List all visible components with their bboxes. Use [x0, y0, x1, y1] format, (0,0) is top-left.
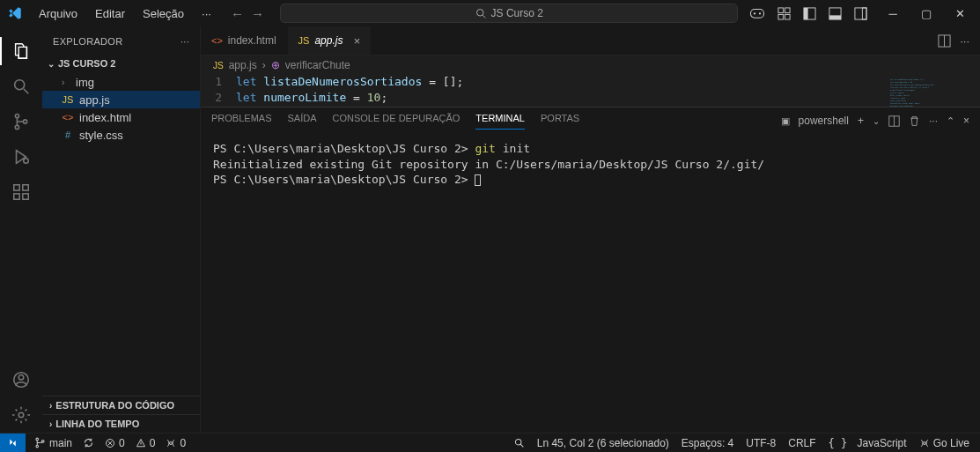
status-golive[interactable]: Go Live: [919, 437, 969, 449]
split-terminal-icon[interactable]: [888, 115, 900, 127]
svg-rect-13: [855, 7, 866, 19]
svg-point-3: [754, 12, 755, 14]
svg-point-27: [18, 412, 24, 418]
chevron-right-icon: ›: [49, 419, 52, 429]
activity-source-control[interactable]: [0, 104, 42, 139]
tree-file-appjs[interactable]: JS app.js: [42, 91, 200, 108]
bottom-panel: PROBLEMAS SAÍDA CONSOLE DE DEPURAÇÃO TER…: [201, 107, 980, 433]
tree-file-indexhtml[interactable]: <> index.html: [42, 108, 200, 126]
svg-rect-12: [829, 15, 841, 19]
close-panel-icon[interactable]: ×: [963, 115, 969, 127]
tab-more-icon[interactable]: ···: [960, 34, 969, 48]
section-outline[interactable]: › ESTRUTURA DO CÓDIGO: [42, 396, 200, 414]
status-eol[interactable]: CRLF: [788, 437, 815, 449]
editor-area: <> index.html JS app.js × ··· JS app.js …: [201, 26, 980, 433]
split-editor-icon[interactable]: [938, 34, 951, 48]
panel-tab-terminal[interactable]: TERMINAL: [475, 113, 525, 130]
panel-tab-console[interactable]: CONSOLE DE DEPURAÇÃO: [332, 113, 460, 129]
remote-button[interactable]: [0, 433, 26, 452]
tree-file-stylecss[interactable]: # style.css: [42, 126, 200, 144]
more-icon[interactable]: ···: [929, 115, 938, 127]
chevron-right-icon: ›: [62, 78, 70, 87]
tab-appjs[interactable]: JS app.js ×: [288, 26, 372, 55]
breadcrumb[interactable]: JS app.js › ⊕ verificarChute: [201, 56, 980, 75]
menu-more[interactable]: ···: [195, 4, 218, 24]
activity-search[interactable]: [0, 69, 42, 104]
svg-point-32: [36, 438, 39, 441]
tab-label: index.html: [228, 34, 276, 47]
golive-label: Go Live: [933, 437, 969, 449]
minimap[interactable]: let listaDeNumerosSortiados = []let nume…: [888, 77, 976, 107]
status-sync[interactable]: [83, 437, 94, 448]
panel-tab-saida[interactable]: SAÍDA: [287, 113, 316, 129]
section-timeline[interactable]: › LINHA DO TEMPO: [42, 414, 200, 433]
status-position[interactable]: Ln 45, Col 2 (6 selecionado): [537, 437, 669, 449]
status-warnings[interactable]: 0: [136, 437, 156, 449]
project-name: JS CURSO 2: [58, 58, 115, 69]
tree-folder-img[interactable]: › img: [42, 73, 200, 91]
svg-rect-8: [785, 14, 790, 19]
svg-point-20: [24, 159, 29, 164]
sidebar-more-icon[interactable]: ···: [181, 36, 189, 47]
chevron-right-icon: ›: [262, 59, 266, 71]
layout-bottom-icon[interactable]: [829, 7, 842, 20]
vscode-logo: [7, 5, 23, 21]
menu-selecao[interactable]: Seleção: [136, 4, 191, 24]
svg-line-16: [24, 89, 29, 94]
chevron-up-icon[interactable]: ⌃: [947, 115, 954, 127]
chevron-down-icon: ⌄: [48, 59, 55, 69]
terminal-launch-icon[interactable]: ▣: [781, 115, 790, 127]
css-file-icon: #: [62, 130, 74, 140]
activity-run[interactable]: [0, 139, 42, 174]
maximize-button[interactable]: ▢: [913, 3, 939, 24]
menu-arquivo[interactable]: Arquivo: [32, 4, 85, 24]
command-center[interactable]: JS Curso 2: [280, 4, 738, 23]
activity-account[interactable]: [0, 362, 42, 397]
chevron-down-icon[interactable]: ⌄: [873, 116, 880, 126]
svg-rect-2: [751, 10, 764, 19]
status-spaces[interactable]: Espaços: 4: [682, 437, 733, 449]
layout-left-icon[interactable]: [803, 7, 816, 20]
status-port[interactable]: 0: [166, 437, 186, 449]
section-label: ESTRUTURA DO CÓDIGO: [55, 400, 174, 411]
activity-explorer[interactable]: [0, 33, 42, 69]
nav-forward-icon[interactable]: →: [251, 6, 264, 21]
status-encoding[interactable]: UTF-8: [746, 437, 776, 449]
panel-tab-portas[interactable]: PORTAS: [541, 113, 579, 129]
layout-right-icon[interactable]: [854, 7, 867, 20]
editor-tabs: <> index.html JS app.js × ···: [201, 26, 980, 56]
svg-point-37: [515, 439, 521, 445]
js-file-icon: JS: [213, 61, 224, 70]
svg-rect-21: [14, 185, 19, 190]
status-branch[interactable]: main: [34, 437, 72, 449]
svg-point-18: [15, 125, 18, 129]
project-root[interactable]: ⌄ JS CURSO 2: [42, 56, 200, 71]
panel-tab-problemas[interactable]: PROBLEMAS: [211, 113, 271, 129]
svg-point-38: [923, 441, 925, 444]
tab-indexhtml[interactable]: <> index.html: [201, 26, 288, 55]
activity-settings[interactable]: [0, 397, 42, 433]
terminal[interactable]: PS C:\Users\maria\Desktop\JS Curso 2> gi…: [201, 134, 980, 433]
copilot-icon[interactable]: [749, 6, 765, 20]
js-file-icon: JS: [62, 94, 74, 105]
close-icon[interactable]: ×: [353, 34, 360, 48]
svg-rect-6: [785, 7, 790, 12]
terminal-name[interactable]: powershell: [799, 115, 849, 127]
new-terminal-icon[interactable]: +: [858, 115, 864, 127]
nav-back-icon[interactable]: ←: [231, 6, 244, 21]
status-language[interactable]: { } JavaScript: [829, 437, 907, 449]
svg-rect-7: [778, 14, 784, 19]
status-find[interactable]: [513, 437, 525, 448]
code-editor[interactable]: 1let listaDeNumerosSortiados = [];2let n…: [201, 75, 980, 107]
tab-label: app.js: [314, 34, 343, 47]
menu-editar[interactable]: Editar: [88, 4, 132, 24]
activity-extensions[interactable]: [0, 174, 42, 210]
breadcrumb-file: app.js: [229, 59, 257, 71]
layout-grid-icon[interactable]: [777, 7, 791, 20]
close-button[interactable]: ✕: [947, 3, 973, 24]
trash-icon[interactable]: [909, 115, 920, 127]
status-errors[interactable]: 0: [105, 437, 125, 449]
svg-point-26: [18, 375, 24, 381]
svg-point-17: [15, 114, 18, 117]
minimize-button[interactable]: ─: [880, 3, 906, 24]
